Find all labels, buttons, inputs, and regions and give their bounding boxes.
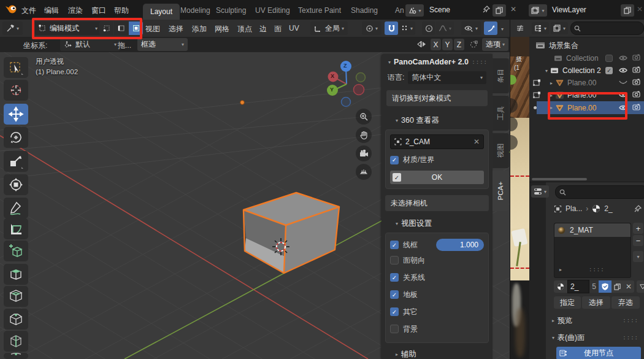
tool-scale[interactable]: [4, 151, 28, 172]
panel-grip[interactable]: ::::: [472, 59, 488, 65]
camera-restrict-icon[interactable]: [632, 104, 640, 110]
browse-material-button[interactable]: [554, 280, 567, 293]
slot-specials-button[interactable]: ▾: [633, 251, 643, 262]
workspace-tab-modeling[interactable]: Modeling: [180, 6, 210, 15]
outliner-row-plane-hidden[interactable]: ▸ Plane.00: [529, 77, 644, 89]
viewlayer-type-icon[interactable]: ▾: [529, 4, 547, 17]
slot-remove-button[interactable]: −: [633, 235, 643, 246]
link-type-dropdown[interactable]: ▾: [637, 280, 644, 293]
mirror-x-button[interactable]: X: [431, 39, 441, 50]
copy-material-button[interactable]: [611, 280, 623, 293]
sidebar-tab-view[interactable]: 视图: [493, 133, 509, 168]
sidebar-tab-pca[interactable]: PCA+: [493, 171, 509, 211]
eye-icon[interactable]: [619, 67, 627, 74]
tool-cursor[interactable]: [4, 80, 28, 101]
scene-close-icon[interactable]: ✕: [510, 5, 516, 14]
outliner-display-mode-dropdown[interactable]: ▾: [532, 22, 549, 34]
camera-restrict-icon[interactable]: [632, 79, 640, 85]
pan-hand-button[interactable]: [356, 127, 372, 143]
exclude-checkbox[interactable]: [605, 55, 613, 62]
scene-name[interactable]: Scene: [429, 6, 450, 14]
face-orient-checkbox[interactable]: [390, 256, 399, 264]
workspace-tab-layout[interactable]: Layout: [143, 4, 180, 20]
wireframe-slider[interactable]: 1.000: [436, 239, 484, 251]
menu-render[interactable]: 渲染: [68, 6, 83, 16]
tool-move[interactable]: [4, 104, 28, 125]
workspace-tab-animation[interactable]: An: [395, 6, 404, 15]
slot-grip[interactable]: ::::: [589, 266, 605, 272]
mode-dropdown[interactable]: 编辑模式 ▾: [35, 21, 101, 35]
mirror-z-button[interactable]: Z: [454, 39, 464, 50]
face-select-button[interactable]: [129, 21, 143, 35]
properties-editor-type-dropdown[interactable]: ▾: [531, 185, 549, 198]
camera-view-button[interactable]: [356, 145, 372, 161]
use-nodes-button[interactable]: 使用节点: [556, 347, 641, 359]
outliner-filter-dropdown[interactable]: ▾: [551, 22, 568, 34]
pivot-dropdown[interactable]: ▾: [362, 21, 381, 35]
crumb-object-label[interactable]: Pla...: [565, 204, 582, 213]
background-checkbox[interactable]: [390, 325, 399, 333]
tool-add-cube[interactable]: [4, 241, 28, 261]
ok-button[interactable]: ✓ OK: [390, 171, 484, 184]
outliner-row-plane-2[interactable]: ▸ Plane.00: [529, 89, 644, 101]
wireframe-checkbox[interactable]: ✓: [390, 241, 399, 249]
slot-add-button[interactable]: +: [633, 223, 643, 234]
npanel-header[interactable]: ▾ PanoCamAdder+ 2.0 ::::: [381, 54, 493, 69]
camera-restrict-icon[interactable]: [632, 91, 640, 98]
gizmo-x-label[interactable]: X: [331, 73, 334, 79]
outliner-row-collection2[interactable]: ▾ Collection 2 ✓: [529, 64, 644, 77]
visibility-dropdown[interactable]: ▾: [461, 21, 481, 35]
menu-mesh[interactable]: 网格: [215, 24, 229, 34]
options-dropdown[interactable]: 选项 ▾: [482, 38, 508, 51]
ortho-grid-button[interactable]: [356, 164, 372, 180]
eye-icon[interactable]: [619, 104, 627, 111]
outliner-hscrollbar[interactable]: [532, 178, 587, 180]
editor-type-button[interactable]: ▾: [2, 21, 23, 35]
tool-knife[interactable]: [4, 353, 28, 359]
tool-transform[interactable]: [4, 174, 28, 195]
menu-edit[interactable]: 编辑: [44, 6, 59, 16]
snap-with-dropdown[interactable]: ▾: [399, 21, 415, 35]
gizmo-z-label[interactable]: Z: [343, 63, 347, 69]
tool-select-box[interactable]: [4, 57, 28, 78]
menu-select[interactable]: 选择: [169, 24, 183, 34]
workspace-tab-sculpting[interactable]: Sculpting: [216, 6, 246, 15]
blender-logo-icon[interactable]: [5, 4, 17, 15]
gizmo-dropdown-chevron[interactable]: ▾: [501, 26, 504, 32]
outliner-row-collection[interactable]: Collection: [529, 52, 644, 64]
scene-copy-icon[interactable]: [493, 4, 506, 17]
deselect-button[interactable]: 弃选: [611, 296, 640, 309]
eye-closed-icon[interactable]: [619, 80, 627, 85]
mat-world-checkbox[interactable]: ✓: [390, 156, 399, 164]
workspace-tab-uvediting[interactable]: UV Editing: [255, 6, 290, 15]
mirror-y-button[interactable]: Y: [442, 39, 453, 50]
camera-restrict-icon[interactable]: [632, 54, 640, 61]
sidebar-tab-tool[interactable]: 工具: [493, 96, 509, 131]
unlink-material-button[interactable]: ✕: [623, 280, 634, 293]
tool-loop-cut[interactable]: [4, 331, 28, 352]
viewlayer-copy-icon[interactable]: [621, 4, 634, 17]
pin-icon[interactable]: [482, 5, 491, 14]
coord-dropdown[interactable]: 默认 ▾: [60, 38, 120, 51]
menu-view[interactable]: 视图: [145, 24, 160, 34]
mat-world-row[interactable]: ✓ 材质/世界: [390, 155, 484, 165]
fake-user-shield-button[interactable]: [599, 280, 611, 293]
menu-uv[interactable]: UV: [289, 24, 299, 33]
tool-measure[interactable]: [4, 218, 28, 239]
outliner-search[interactable]: [570, 21, 644, 35]
material-slot-row[interactable]: 2_MAT: [554, 223, 631, 237]
switch-mode-button[interactable]: 请切换到对象模式: [386, 90, 488, 106]
menu-file[interactable]: 文件: [21, 6, 36, 16]
proportional-edit-button[interactable]: [422, 21, 435, 35]
workspace-tab-shading[interactable]: Shading: [351, 6, 378, 15]
camera-clear-icon[interactable]: ✕: [473, 137, 480, 146]
tool-bevel[interactable]: [4, 309, 28, 330]
menu-edge[interactable]: 边: [259, 24, 267, 34]
assign-button[interactable]: 指定: [554, 296, 581, 309]
eye-icon[interactable]: [619, 91, 627, 98]
material-name-field[interactable]: 2_: [567, 280, 589, 293]
aux-section-header[interactable]: ▸ 辅助: [381, 344, 493, 359]
camera-restrict-icon[interactable]: [632, 66, 640, 73]
relations-checkbox[interactable]: ✓: [390, 273, 399, 282]
object-crumb-icon[interactable]: [554, 205, 562, 213]
